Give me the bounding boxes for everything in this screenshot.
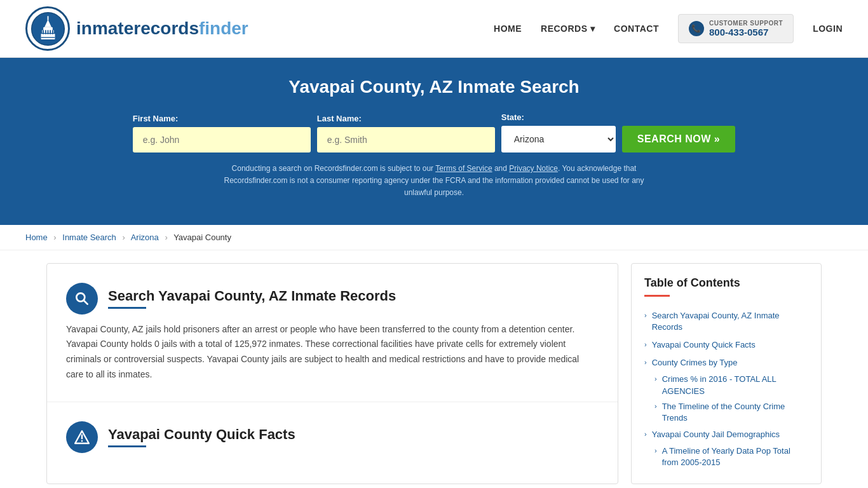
chevron-icon-1: › xyxy=(644,311,647,319)
state-group: State: Arizona Alabama Alaska California… xyxy=(501,112,616,152)
chevron-icon-2: › xyxy=(644,341,647,348)
svg-point-17 xyxy=(81,440,83,442)
toc-title: Table of Contents xyxy=(644,276,808,290)
toc-item-3[interactable]: › County Crimes by Type xyxy=(644,354,808,372)
toc-item-6[interactable]: › Yavapai County Jail Demographics xyxy=(644,426,808,444)
breadcrumb: Home › Inmate Search › Arizona › Yavapai… xyxy=(0,225,868,250)
search-section: Search Yavapai County, AZ Inmate Records… xyxy=(47,264,618,402)
breadcrumb-inmate-search[interactable]: Inmate Search xyxy=(62,233,116,242)
toc-item-2[interactable]: › Yavapai County Quick Facts xyxy=(644,336,808,354)
toc-link-3[interactable]: County Crimes by Type xyxy=(652,357,738,369)
toc-link-4[interactable]: Crimes % in 2016 - TOTAL ALL AGENCIES xyxy=(662,374,808,396)
breadcrumb-arizona[interactable]: Arizona xyxy=(131,233,159,242)
toc-list: › Search Yavapai County, AZ Inmate Recor… xyxy=(644,307,808,471)
breadcrumb-sep-3: › xyxy=(165,233,167,242)
logo-text: inmaterecordsfinder xyxy=(76,18,248,39)
toc-link-1[interactable]: Search Yavapai County, AZ Inmate Records xyxy=(652,310,808,333)
svg-rect-5 xyxy=(47,16,48,20)
last-name-label: Last Name: xyxy=(317,114,362,123)
last-name-group: Last Name: xyxy=(317,114,495,152)
quick-facts-title: Yavapai County Quick Facts xyxy=(108,426,295,443)
terms-link[interactable]: Terms of Service xyxy=(435,164,492,173)
breadcrumb-home[interactable]: Home xyxy=(25,233,48,242)
hero-section: Yavapai County, AZ Inmate Search First N… xyxy=(0,58,868,225)
state-label: State: xyxy=(501,112,524,122)
support-text: CUSTOMER SUPPORT 800-433-0567 xyxy=(709,20,783,37)
quick-facts-section: Yavapai County Quick Facts xyxy=(47,402,618,480)
main-content: Search Yavapai County, AZ Inmate Records… xyxy=(21,250,847,488)
privacy-link[interactable]: Privacy Notice xyxy=(509,164,558,173)
first-name-label: First Name: xyxy=(133,114,179,123)
logo-icon xyxy=(25,6,70,51)
main-nav: HOME RECORDS ▾ CONTACT 📞 CUSTOMER SUPPOR… xyxy=(494,14,843,43)
toc-link-2[interactable]: Yavapai County Quick Facts xyxy=(652,339,756,351)
chevron-down-icon: ▾ xyxy=(590,24,595,34)
chevron-icon-6: › xyxy=(644,430,647,438)
svg-line-14 xyxy=(84,300,88,304)
breadcrumb-sep-2: › xyxy=(122,233,125,242)
phone-icon: 📞 xyxy=(689,21,704,36)
toc-item-4[interactable]: › Crimes % in 2016 - TOTAL ALL AGENCIES xyxy=(654,372,808,398)
nav-contact[interactable]: CONTACT xyxy=(614,24,659,34)
breadcrumb-current: Yavapai County xyxy=(173,233,231,242)
toc-link-7[interactable]: A Timeline of Yearly Data Pop Total from… xyxy=(662,445,808,468)
quick-facts-header: Yavapai County Quick Facts xyxy=(66,421,599,453)
last-name-input[interactable] xyxy=(317,127,495,152)
toc-divider xyxy=(644,295,670,297)
chevron-icon-7: › xyxy=(654,447,657,454)
toc-sub-group-1: › Crimes % in 2016 - TOTAL ALL AGENCIES … xyxy=(644,372,808,426)
first-name-group: First Name: xyxy=(133,114,311,152)
toc-item-1[interactable]: › Search Yavapai County, AZ Inmate Recor… xyxy=(644,307,808,336)
logo-area[interactable]: inmaterecordsfinder xyxy=(25,6,248,51)
toc-link-6[interactable]: Yavapai County Jail Demographics xyxy=(652,429,780,440)
toc-card: Table of Contents › Search Yavapai Count… xyxy=(631,263,822,484)
site-header: inmaterecordsfinder HOME RECORDS ▾ CONTA… xyxy=(0,0,868,58)
toc-item-5[interactable]: › The Timeline of the County Crime Trend… xyxy=(654,399,808,426)
chevron-icon-4: › xyxy=(654,375,657,383)
toc-sub-group-2: › A Timeline of Yearly Data Pop Total fr… xyxy=(644,444,808,470)
svg-rect-1 xyxy=(41,33,55,39)
content-area: Search Yavapai County, AZ Inmate Records… xyxy=(46,263,618,484)
search-section-underline xyxy=(108,307,146,309)
quick-facts-title-wrap: Yavapai County Quick Facts xyxy=(108,426,295,447)
chevron-icon-5: › xyxy=(654,402,657,410)
nav-records[interactable]: RECORDS ▾ xyxy=(541,24,595,34)
breadcrumb-sep-1: › xyxy=(53,233,56,242)
nav-home[interactable]: HOME xyxy=(494,24,522,34)
search-section-header: Search Yavapai County, AZ Inmate Records xyxy=(66,283,599,315)
state-select[interactable]: Arizona Alabama Alaska California Colora… xyxy=(501,126,616,152)
search-section-icon xyxy=(66,283,98,315)
first-name-input[interactable] xyxy=(133,127,311,152)
disclaimer-text: Conducting a search on Recordsfinder.com… xyxy=(212,163,656,200)
svg-rect-12 xyxy=(41,37,55,37)
toc-item-7[interactable]: › A Timeline of Yearly Data Pop Total fr… xyxy=(654,444,808,470)
chevron-icon-3: › xyxy=(644,358,647,366)
search-section-body: Yavapai County, AZ jails hold prisoners … xyxy=(66,322,599,383)
sidebar: Table of Contents › Search Yavapai Count… xyxy=(631,263,822,484)
quick-facts-underline xyxy=(108,445,146,447)
search-form: First Name: Last Name: State: Arizona Al… xyxy=(25,112,843,152)
toc-link-5[interactable]: The Timeline of the County Crime Trends xyxy=(662,401,808,424)
svg-rect-11 xyxy=(41,32,55,33)
search-section-title: Search Yavapai County, AZ Inmate Records xyxy=(108,288,396,304)
search-button[interactable]: SEARCH NOW » xyxy=(622,126,735,152)
nav-login[interactable]: LOGIN xyxy=(813,24,843,34)
quick-facts-icon xyxy=(66,421,98,453)
customer-support-box[interactable]: 📞 CUSTOMER SUPPORT 800-433-0567 xyxy=(678,14,794,43)
page-title: Yavapai County, AZ Inmate Search xyxy=(25,77,843,97)
search-section-title-wrap: Search Yavapai County, AZ Inmate Records xyxy=(108,288,396,309)
